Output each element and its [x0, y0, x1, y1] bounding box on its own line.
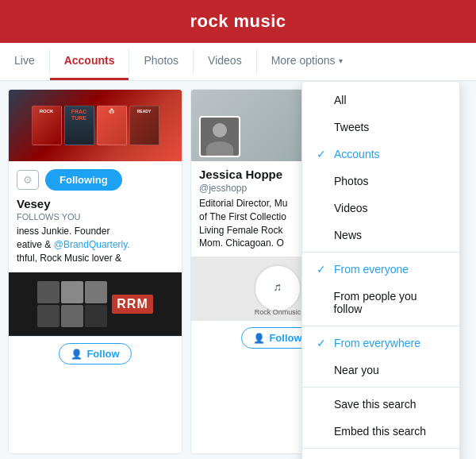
- dropdown-item-advanced-search[interactable]: Advanced search: [302, 452, 459, 459]
- dropdown-item-tweets[interactable]: Tweets: [302, 114, 459, 141]
- tab-videos[interactable]: Videos: [194, 43, 256, 80]
- tab-accounts[interactable]: Accounts: [50, 43, 129, 80]
- account-card-1: ROCK FRACTURE 🤡 READY ⚙: [8, 89, 182, 454]
- checkmark-from-everyone: ✓: [317, 263, 328, 276]
- album-cover-3: 🤡: [97, 106, 127, 145]
- dropdown-separator-1: [302, 252, 459, 253]
- dropdown-label-tweets: Tweets: [334, 121, 369, 133]
- rrm-pic-6: [85, 305, 107, 327]
- dropdown-item-embed-search[interactable]: Embed this search: [302, 418, 459, 445]
- rrm-pic-3: [85, 281, 107, 303]
- dropdown-label-news: News: [334, 229, 362, 241]
- person-icon: 👤: [71, 349, 83, 360]
- content-area: ROCK FRACTURE 🤡 READY ⚙: [0, 81, 476, 459]
- tab-photos[interactable]: Photos: [129, 43, 193, 80]
- jessica-avatar: [199, 116, 240, 157]
- page-header: rock music: [0, 0, 476, 43]
- following-button-card1[interactable]: Following: [45, 169, 122, 191]
- checkmark-from-everywhere: ✓: [317, 337, 328, 349]
- album-covers: ROCK FRACTURE 🤡 READY: [28, 102, 163, 149]
- dropdown-item-from-everywhere[interactable]: ✓ From everywhere: [302, 330, 459, 357]
- rrm-logo: RRM: [112, 295, 152, 314]
- rrm-pic-2: [61, 281, 83, 303]
- avatar-body: [206, 141, 233, 156]
- card1-bio: iness Junkie. Founder eative & @BrandQua…: [17, 225, 174, 264]
- card1-banner: ROCK FRACTURE 🤡 READY: [9, 90, 182, 161]
- album-cover-2: FRACTURE: [64, 106, 94, 145]
- dropdown-item-accounts[interactable]: ✓ Accounts: [302, 141, 459, 168]
- card1-bottom-banner: RRM: [9, 272, 182, 336]
- album-cover-4: READY: [129, 106, 159, 145]
- more-options-label: More options: [271, 54, 336, 67]
- card1-body: ⚙ Following Vesey FOLLOWS YOU iness Junk…: [9, 161, 182, 272]
- dropdown-item-from-everyone[interactable]: ✓ From everyone: [302, 256, 459, 283]
- dropdown-separator-4: [302, 448, 459, 449]
- dropdown-item-videos[interactable]: Videos: [302, 195, 459, 222]
- dropdown-label-near-you: Near you: [334, 364, 379, 376]
- album-cover-1: ROCK: [32, 106, 62, 145]
- dropdown-label-from-everyone: From everyone: [334, 263, 409, 276]
- chevron-down-icon: ▾: [339, 56, 343, 65]
- person-icon-2: 👤: [253, 333, 265, 344]
- dropdown-item-all[interactable]: All: [302, 87, 459, 114]
- gear-button-card1[interactable]: ⚙: [17, 170, 39, 190]
- card1-name: Vesey: [17, 197, 174, 210]
- avatar-head: [213, 123, 227, 137]
- dropdown-label-accounts: Accounts: [334, 148, 380, 160]
- dropdown-label-from-everywhere: From everywhere: [334, 337, 420, 349]
- card1-footer: 👤 Follow: [9, 336, 182, 371]
- card1-follows-you: FOLLOWS YOU: [17, 212, 174, 222]
- rrm-pic-5: [61, 305, 83, 327]
- rrm-pic-4: [37, 305, 60, 327]
- dropdown-item-photos[interactable]: Photos: [302, 168, 459, 195]
- dropdown-item-save-search[interactable]: Save this search: [302, 391, 459, 418]
- dropdown-label-photos: Photos: [334, 175, 369, 187]
- dropdown-item-news[interactable]: News: [302, 222, 459, 249]
- rock-on-music-label: Rock Onmusic: [255, 308, 301, 316]
- dropdown-label-save-search: Save this search: [334, 398, 416, 411]
- search-query-title: rock music: [190, 11, 286, 31]
- brand-quarterly-link[interactable]: @BrandQuarterly.: [54, 239, 130, 250]
- dropdown-item-from-people-you-follow[interactable]: From people you follow: [302, 283, 459, 322]
- nav-tabs: Live Accounts Photos Videos More options…: [0, 43, 476, 81]
- dropdown-label-embed-search: Embed this search: [334, 425, 426, 438]
- more-options-dropdown: All Tweets ✓ Accounts Photos Videos News…: [301, 81, 460, 459]
- tab-more-options[interactable]: More options ▾: [257, 43, 357, 80]
- card1-actions: ⚙ Following: [17, 169, 174, 191]
- checkmark-accounts: ✓: [317, 148, 328, 160]
- dropdown-separator-3: [302, 387, 459, 388]
- dropdown-label-videos: Videos: [334, 202, 368, 214]
- rockonmusic-logo: 🎵: [254, 264, 301, 312]
- tab-live[interactable]: Live: [0, 43, 49, 80]
- dropdown-item-near-you[interactable]: Near you: [302, 357, 459, 384]
- dropdown-label-all: All: [334, 94, 347, 106]
- dropdown-label-from-people-you-follow: From people you follow: [334, 290, 445, 315]
- rrm-images: [37, 281, 107, 327]
- follow-button-card1[interactable]: 👤 Follow: [59, 343, 131, 364]
- rrm-pic-1: [37, 281, 60, 303]
- dropdown-separator-2: [302, 326, 459, 326]
